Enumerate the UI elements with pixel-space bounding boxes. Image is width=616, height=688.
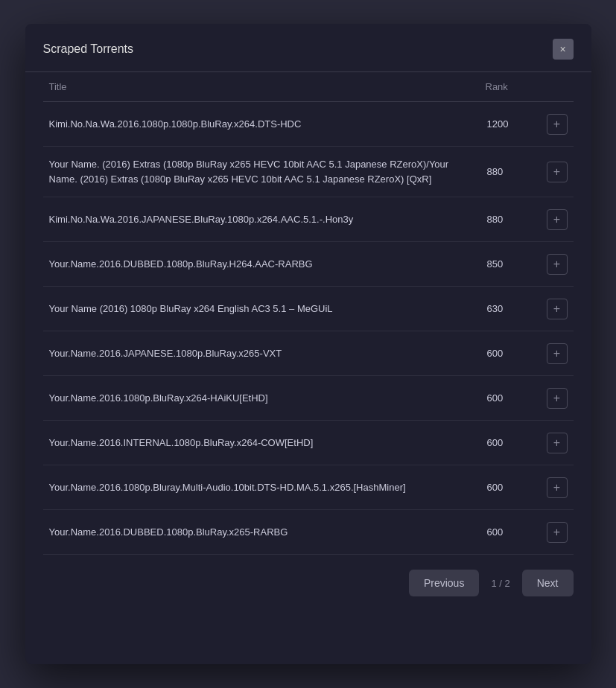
table-row: Kimi.No.Na.Wa.2016.1080p.1080p.BluRay.x2… <box>43 102 574 147</box>
column-rank-header: Rank <box>486 81 545 92</box>
scraped-torrents-modal: Scraped Torrents × Title Rank Kimi.No.Na… <box>25 24 591 664</box>
row-rank: 600 <box>487 482 547 493</box>
table-row: Your Name. (2016) Extras (1080p BluRay x… <box>43 147 574 197</box>
table-row: Your.Name.2016.JAPANESE.1080p.BluRay.x26… <box>43 331 574 376</box>
modal-title: Scraped Torrents <box>43 42 134 56</box>
next-button[interactable]: Next <box>522 570 574 596</box>
table-body: Kimi.No.Na.Wa.2016.1080p.1080p.BluRay.x2… <box>43 102 574 555</box>
previous-button[interactable]: Previous <box>409 570 479 596</box>
close-button[interactable]: × <box>553 39 574 60</box>
add-torrent-button[interactable]: + <box>547 254 568 275</box>
add-torrent-button[interactable]: + <box>547 388 568 409</box>
row-rank: 880 <box>487 166 547 177</box>
row-rank: 600 <box>487 526 547 538</box>
table-row: Your Name (2016) 1080p BluRay x264 Engli… <box>43 287 574 331</box>
table-row: Your.Name.2016.1080p.BluRay.x264-HAiKU[E… <box>43 376 574 421</box>
table-container: Title Rank Kimi.No.Na.Wa.2016.1080p.1080… <box>25 72 591 555</box>
row-rank: 600 <box>487 348 547 359</box>
table-row: Your.Name.2016.DUBBED.1080p.BluRay.H264.… <box>43 242 574 287</box>
table-row: Your.Name.2016.INTERNAL.1080p.BluRay.x26… <box>43 421 574 465</box>
table-row: Your.Name.2016.DUBBED.1080p.BluRay.x265-… <box>43 510 574 555</box>
row-title: Kimi.No.Na.Wa.2016.1080p.1080p.BluRay.x2… <box>49 117 487 132</box>
row-rank: 1200 <box>487 118 547 130</box>
add-torrent-button[interactable]: + <box>547 477 568 498</box>
add-torrent-button[interactable]: + <box>547 343 568 364</box>
modal-overlay: Scraped Torrents × Title Rank Kimi.No.Na… <box>0 0 616 688</box>
add-torrent-button[interactable]: + <box>547 209 568 230</box>
row-title: Your.Name.2016.INTERNAL.1080p.BluRay.x26… <box>49 436 487 450</box>
row-title: Your.Name.2016.DUBBED.1080p.BluRay.x265-… <box>49 525 487 540</box>
row-rank: 600 <box>487 437 547 448</box>
row-title: Kimi.No.Na.Wa.2016.JAPANESE.BluRay.1080p… <box>49 212 487 227</box>
row-title: Your.Name.2016.1080p.Bluray.Multi-Audio.… <box>49 480 487 495</box>
add-torrent-button[interactable]: + <box>547 522 568 543</box>
add-torrent-button[interactable]: + <box>547 433 568 453</box>
row-rank: 630 <box>487 303 547 314</box>
modal-footer: Previous 1 / 2 Next <box>25 555 591 611</box>
row-title: Your.Name.2016.DUBBED.1080p.BluRay.H264.… <box>49 257 487 272</box>
add-torrent-button[interactable]: + <box>547 299 568 319</box>
add-torrent-button[interactable]: + <box>547 162 568 182</box>
table-row: Your.Name.2016.1080p.Bluray.Multi-Audio.… <box>43 465 574 510</box>
row-title: Your Name. (2016) Extras (1080p BluRay x… <box>49 157 487 186</box>
page-indicator: 1 / 2 <box>485 578 515 589</box>
table-row: Kimi.No.Na.Wa.2016.JAPANESE.BluRay.1080p… <box>43 197 574 242</box>
row-title: Your Name (2016) 1080p BluRay x264 Engli… <box>49 302 487 316</box>
row-title: Your.Name.2016.1080p.BluRay.x264-HAiKU[E… <box>49 391 487 406</box>
modal-header: Scraped Torrents × <box>25 24 591 72</box>
column-title-header: Title <box>49 81 486 92</box>
table-header: Title Rank <box>43 72 574 102</box>
row-rank: 850 <box>487 258 547 270</box>
add-torrent-button[interactable]: + <box>547 114 568 135</box>
row-rank: 880 <box>487 214 547 225</box>
row-rank: 600 <box>487 392 547 404</box>
row-title: Your.Name.2016.JAPANESE.1080p.BluRay.x26… <box>49 346 487 361</box>
